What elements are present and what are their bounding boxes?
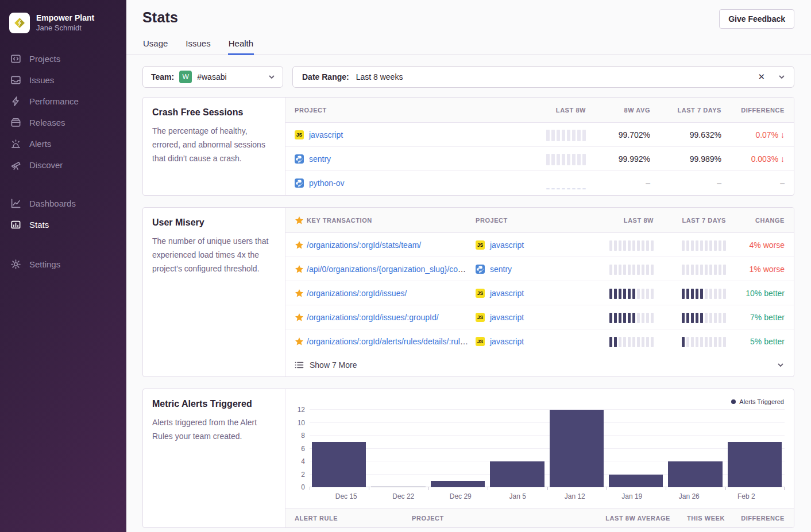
y-tick-label: 12 <box>298 406 305 414</box>
column-last-7-days: LAST 7 DAYS <box>650 107 721 114</box>
last-7-days-value: 99.989% <box>650 154 721 164</box>
table-row[interactable]: sentry99.992%99.989%0.003% ↓ <box>285 147 794 171</box>
bar-slot <box>666 410 725 487</box>
column-alert-rule: ALERT RULE <box>285 515 412 522</box>
team-select[interactable]: Team: W #wasabi <box>142 66 283 88</box>
sidebar-item-projects[interactable]: Projects <box>0 48 126 69</box>
sidebar-item-stats[interactable]: Stats <box>0 214 126 235</box>
key-transaction-star-icon[interactable] <box>285 289 307 298</box>
transaction-link[interactable]: /organizations/:orgId/issues/ <box>307 289 407 298</box>
date-range-select[interactable]: Date Range: Last 8 weeks ✕ <box>292 66 794 88</box>
misery-bar <box>700 289 703 299</box>
misery-bar <box>682 289 685 299</box>
y-tick-label: 0 <box>301 483 305 491</box>
spark-bar <box>577 188 581 189</box>
column-last-7-days: LAST 7 DAYS <box>654 217 726 224</box>
team-avatar: W <box>179 71 192 83</box>
misery-bar <box>614 313 617 323</box>
project-link[interactable]: javascript <box>490 289 524 298</box>
sidebar-item-dashboards[interactable]: Dashboards <box>0 193 126 214</box>
platform-python-icon <box>476 265 485 274</box>
x-tick-label: Jan 12 <box>546 487 604 508</box>
project-link[interactable]: python-ov <box>309 178 344 188</box>
sidebar-item-performance[interactable]: Performance <box>0 91 126 112</box>
clear-icon[interactable]: ✕ <box>758 72 765 82</box>
sidebar-item-alerts[interactable]: Alerts <box>0 133 126 154</box>
platform-javascript-icon: JS <box>476 289 485 298</box>
misery-bar <box>632 265 635 275</box>
key-transaction-star-icon[interactable] <box>285 240 307 250</box>
difference-value: 0.003% ↓ <box>721 154 794 164</box>
tab-usage[interactable]: Usage <box>142 38 168 55</box>
legend-label: Alerts Triggered <box>739 398 784 405</box>
last-8w-cell <box>580 336 654 347</box>
legend-dot-icon <box>731 399 736 404</box>
chevron-down-icon <box>778 73 786 81</box>
crash-free-sessions-panel: Crash Free Sessions The percentage of he… <box>142 97 794 196</box>
give-feedback-button[interactable]: Give Feedback <box>719 9 794 29</box>
crash-free-info: Crash Free Sessions The percentage of he… <box>143 98 285 195</box>
last-8w-bars <box>609 312 654 323</box>
misery-bar <box>646 265 649 275</box>
misery-bar <box>700 313 703 323</box>
platform-javascript-icon: JS <box>476 313 485 322</box>
transaction-link[interactable]: /api/0/organizations/{organization_slug}… <box>307 265 476 274</box>
axis-tick <box>488 487 488 490</box>
sparkline-bars <box>546 177 586 189</box>
sidebar-item-label: Dashboards <box>29 199 76 208</box>
metric-alerts-title: Metric Alerts Triggered <box>152 399 276 409</box>
sidebar-nav: ProjectsIssuesPerformanceReleasesAlertsD… <box>0 48 126 275</box>
sidebar-item-issues[interactable]: Issues <box>0 69 126 91</box>
misery-bar <box>619 240 621 251</box>
table-row[interactable]: python-ov––– <box>285 171 794 195</box>
project-link[interactable]: javascript <box>490 240 524 250</box>
avg-value: – <box>586 178 650 188</box>
misery-bar <box>609 240 612 251</box>
org-logo <box>9 13 30 33</box>
misery-bar <box>646 337 649 347</box>
key-transaction-star-icon[interactable] <box>285 265 307 274</box>
last-8w-cell <box>580 288 654 299</box>
project-link[interactable]: sentry <box>309 154 331 164</box>
misery-bar <box>628 337 631 347</box>
spark-bar <box>577 130 581 141</box>
transaction-cell: /organizations/:orgId/issues/ <box>307 289 476 298</box>
sidebar-item-releases[interactable]: Releases <box>0 112 126 133</box>
project-link[interactable]: javascript <box>490 313 524 322</box>
table-row[interactable]: /organizations/:orgId/stats/team/JSjavas… <box>285 233 794 257</box>
misery-bar <box>628 265 631 275</box>
show-more-button[interactable]: Show 7 More <box>285 354 794 376</box>
project-link[interactable]: javascript <box>309 130 343 139</box>
chart-bar <box>312 442 366 487</box>
axis-tick <box>784 487 785 490</box>
misery-bar <box>714 337 717 347</box>
key-transaction-star-icon[interactable] <box>285 337 307 346</box>
spark-bar <box>557 130 560 141</box>
table-row[interactable]: /organizations/:orgId/issues/JSjavascrip… <box>285 281 794 305</box>
sidebar-item-discover[interactable]: Discover <box>0 154 126 176</box>
misery-bar <box>642 265 644 275</box>
table-row[interactable]: JSjavascript99.702%99.632%0.07% ↓ <box>285 123 794 147</box>
transaction-link[interactable]: /organizations/:orgId/issues/:groupId/ <box>307 313 439 322</box>
project-link[interactable]: sentry <box>490 265 512 274</box>
misery-bar <box>705 313 708 323</box>
project-link[interactable]: javascript <box>490 337 524 346</box>
sidebar-item-settings[interactable]: Settings <box>0 254 126 275</box>
tab-issues[interactable]: Issues <box>185 38 211 55</box>
table-row[interactable]: /api/0/organizations/{organization_slug}… <box>285 257 794 281</box>
table-row[interactable]: /organizations/:orgId/issues/:groupId/JS… <box>285 305 794 329</box>
bar-slot <box>547 410 607 487</box>
org-switcher[interactable]: Empower Plant Jane Schmidt <box>0 8 126 48</box>
tab-health[interactable]: Health <box>228 38 254 55</box>
table-row[interactable]: /organizations/:orgId/alerts/rules/detai… <box>285 329 794 354</box>
last-7-days-cell <box>654 336 726 347</box>
stats-icon <box>10 219 21 230</box>
misery-bar <box>696 337 698 347</box>
transaction-link[interactable]: /organizations/:orgId/alerts/rules/detai… <box>307 337 473 346</box>
sparkline-cell <box>500 153 586 165</box>
sidebar: Empower Plant Jane Schmidt ProjectsIssue… <box>0 0 126 532</box>
key-transaction-star-icon[interactable] <box>285 313 307 322</box>
chart-legend[interactable]: Alerts Triggered <box>731 398 784 405</box>
misery-bar <box>691 240 694 251</box>
transaction-link[interactable]: /organizations/:orgId/stats/team/ <box>307 240 421 250</box>
